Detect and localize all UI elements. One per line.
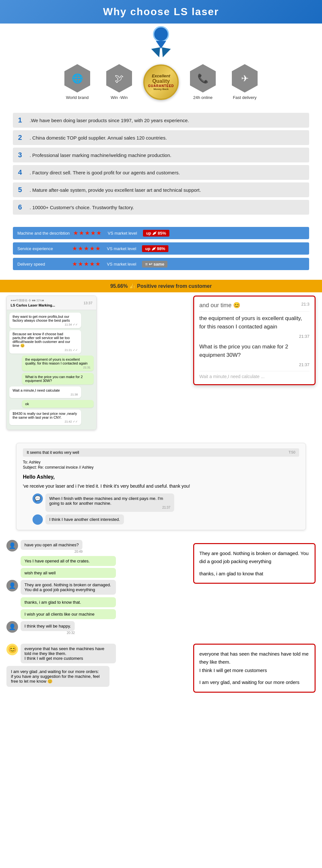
chat-enlarged-1: and our time 😊21:3 the equipment of your…	[193, 296, 316, 385]
win-win-label: Win -Win	[111, 95, 128, 100]
quality-text: Quality	[152, 78, 170, 84]
enlarged-time-1: 21:37	[199, 334, 310, 339]
enlarged-line-0: and our time 😊21:3	[199, 302, 310, 309]
chat-section-1: ●●●中国移动 令 ■■ 32%■ LS Carlos Laser Markin…	[0, 292, 322, 436]
feature-item-3: 3 . Professional laser marking machine/w…	[13, 148, 309, 162]
email-bubble-2: I think I have another client interested…	[45, 515, 124, 524]
chat-screenshot-1: ●●●中国移动 令 ■■ 32%■ LS Carlos Laser Markin…	[6, 296, 97, 430]
win-win-icon-group: 🕊 Win -Win	[100, 64, 139, 100]
avatar-user1: 👤	[6, 540, 18, 552]
ribbon	[150, 26, 172, 58]
comp-label-2: Service experience	[17, 246, 69, 251]
feature-text-4: . Factory direct sell. There is good pro…	[30, 170, 180, 175]
comp-vs-3: VS market level	[107, 262, 136, 267]
feature-number-5: 5	[18, 186, 28, 194]
chat-row-open-machines: 👤 have you open all machines? 20:49	[6, 540, 116, 553]
msg-open-machines: have you open all machines?	[21, 540, 82, 550]
comp-stars-2: ★★★★★	[72, 245, 101, 252]
enlarged-text-2: What is the price you can make for 2 equ…	[199, 343, 310, 359]
email-to: To: Ashley	[23, 460, 299, 464]
comparison-section: Machine and the describtion ★★★★★ VS mar…	[0, 224, 322, 277]
chat-msg-4: What is the price you can make for 2 equ…	[22, 373, 94, 384]
email-wrapper: It seems that it works very well T:50 To…	[0, 436, 322, 537]
chat3-enlarged-text-1: everyone that has seen the machines have…	[199, 650, 310, 666]
email-bubble-1: When I finish with these machines and my…	[45, 493, 174, 512]
msg-wish-all-well: wish they all well	[21, 568, 116, 578]
feature-item-1: 1 .We have been doing laser products sin…	[13, 113, 309, 128]
comp-badge-3: = ↩ same	[142, 261, 168, 268]
chat-msg-6: ok	[22, 400, 94, 408]
enlarged-time-2: 21:37	[199, 362, 310, 367]
chat-section-2: 👤 have you open all machines? 20:49 Yes …	[0, 537, 322, 641]
comp-vs-2: VS market level	[107, 246, 136, 251]
email-greeting: Hello Ashley,	[23, 473, 299, 481]
world-brand-hexagon: 🌐	[64, 64, 90, 93]
chat-group-3: 😊 everyone that has seen the machines ha…	[6, 644, 116, 687]
msg-very-glad: I am very glad ,and waiting for our more…	[6, 666, 109, 687]
comp-label-3: Delivery speed	[17, 262, 69, 267]
comp-badge-1: up 🌶 85%	[143, 230, 169, 237]
email-subject-bar: It seems that it works very well T:50	[23, 448, 299, 457]
email-avatar: 💬	[33, 493, 43, 504]
msg-will-be-happy: I think they will be happy.	[21, 621, 75, 631]
emoji-avatar-smile: 😊	[6, 644, 18, 655]
chat-time-display: 13:37	[83, 301, 93, 305]
avatar-user3: 👤	[6, 621, 18, 633]
chat3-enlarged: everyone that has seen the machines have…	[193, 644, 316, 693]
chat-row-1: ●●●中国移动 令 ■■ 32%■ LS Carlos Laser Markin…	[0, 292, 322, 433]
chat-row-good-packing: 👤 They are good. Nothing is broken or da…	[6, 580, 116, 595]
email-section: It seems that it works very well T:50 To…	[16, 443, 306, 530]
feature-text-6: . 10000+ Customer's choice. Trustworthy …	[30, 205, 134, 210]
quality-icon-group: Excellent Quality GUARANTEED Money Back	[142, 64, 180, 100]
ribbon-decoration	[0, 24, 322, 58]
online-hexagon: 📞	[190, 64, 216, 93]
msg-machines-told: everyone that has seen the machines have…	[21, 644, 116, 663]
enlarged-text-1: the equipment of yours is excellent qual…	[199, 314, 310, 331]
online-label: 24h online	[193, 95, 213, 100]
chat-group-left: 👤 have you open all machines? 20:49 Yes …	[6, 540, 116, 634]
msg-yes-opened: Yes I have opened all of the crates.	[21, 556, 116, 566]
chat-row-happy: 👤 I think they will be happy. 20:32	[6, 621, 116, 634]
feature-number-2: 2	[18, 133, 28, 142]
fast-delivery-label: Fast delivery	[233, 95, 257, 100]
money-back-text: Money Back	[153, 88, 169, 91]
comparison-row-2: Service experience ★★★★★ VS market level…	[13, 242, 309, 255]
feature-number-3: 3	[18, 151, 28, 159]
comp-label-1: Machine and the describtion	[17, 231, 70, 236]
page-header: Why choose LS laser	[0, 0, 322, 24]
msg-wish-clients: I wish your all clients like our machine	[21, 609, 116, 619]
feature-text-3: . Professional laser marking machine/wel…	[30, 152, 171, 158]
email-body: Hello Ashley, 've receive your laser and…	[23, 473, 299, 490]
chat3-enlarged-text-2: I think I will get more customers	[199, 666, 310, 675]
feature-item-2: 2 . China domestic TOP gold supplier. An…	[13, 130, 309, 145]
email-chat-bubbles: 💬 When I finish with these machines and …	[33, 493, 299, 525]
comparison-row-3: Delivery speed ★★★★★ VS market level = ↩…	[13, 258, 309, 270]
feature-text-5: . Mature after-sale system, provide you …	[30, 187, 201, 193]
quality-badge: Excellent Quality GUARANTEED Money Back	[143, 64, 179, 100]
chat-title-1: LS Carlos Laser Marking...	[11, 303, 81, 307]
email-timestamp: T:50	[288, 450, 295, 454]
review-banner: 95.66% 👍 Positive review from customer	[0, 280, 322, 292]
chat-body-1: they want to get more profits,but our fa…	[7, 310, 96, 430]
email-avatar-2	[33, 515, 43, 525]
msg-glad-to-know: thanks, i am glad to know that.	[21, 597, 116, 607]
win-win-hexagon: 🕊	[106, 64, 132, 93]
comp-badge-2: up 🌶 98%	[142, 245, 169, 252]
feature-text-2: . China domestic TOP gold supplier. Annu…	[30, 135, 167, 141]
chat2-enlarged-text-2: thanks, i am glad to know that	[199, 569, 310, 578]
feature-text-1: .We have been doing laser products since…	[30, 118, 189, 123]
comparison-row-1: Machine and the describtion ★★★★★ VS mar…	[13, 227, 309, 239]
chat3-enlarged-text-3: I am very glad, and waiting for our more…	[199, 678, 310, 686]
chat-msg-7: $9430 is really our best price now ,near…	[9, 410, 81, 425]
comp-stars-1: ★★★★★	[73, 229, 102, 237]
world-brand-label: World brand	[66, 95, 89, 100]
fast-delivery-hexagon: ✈	[232, 64, 258, 93]
email-subject-line: Subject: Re: commercial invoice // Ashle…	[23, 465, 299, 470]
comp-vs-1: VS market level	[108, 231, 137, 236]
comp-stars-3: ★★★★★	[72, 260, 101, 268]
email-subject-bar-text: It seems that it works very well	[27, 450, 79, 455]
feature-item-4: 4 . Factory direct sell. There is good p…	[13, 165, 309, 180]
avatar-user2: 👤	[6, 580, 18, 591]
world-brand-icon-group: 🌐 World brand	[58, 64, 97, 100]
enlarged-footer: Wait a minute,I need calculate ...	[199, 371, 310, 379]
